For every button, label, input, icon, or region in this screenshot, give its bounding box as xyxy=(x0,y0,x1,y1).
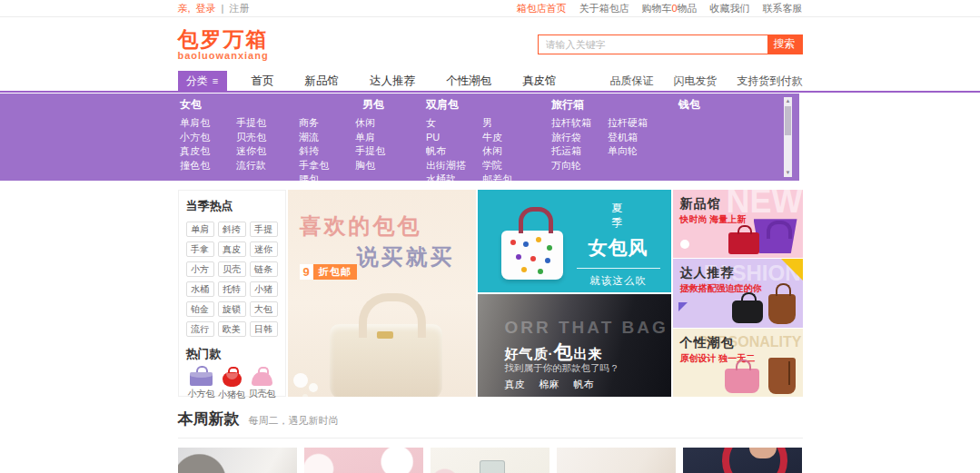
menu-item[interactable]: 旅行袋 xyxy=(551,131,608,145)
topbar: 亲, 登录 | 注册 箱包店首页 关于箱包店 购物车0物品 收藏我们 联系客服 xyxy=(0,0,980,17)
menu-item[interactable]: 手提包 xyxy=(355,144,411,159)
product-photo[interactable] xyxy=(431,448,549,473)
shell-bag-icon xyxy=(252,372,272,386)
favorites-link[interactable]: 收藏我们 xyxy=(710,2,750,15)
hot-tag[interactable]: 斜挎包 xyxy=(218,222,246,237)
flower-decor xyxy=(293,373,308,388)
site-logo[interactable]: 包罗万箱 baoluowanxiang xyxy=(178,28,269,61)
product-photo[interactable] xyxy=(557,448,676,473)
about-link[interactable]: 关于箱包店 xyxy=(579,2,629,15)
hot-tag[interactable]: 流行款 xyxy=(186,321,214,337)
scrollbar-thumb[interactable] xyxy=(785,106,791,135)
hot-style-item[interactable]: 贝壳包 xyxy=(248,362,277,401)
login-link[interactable]: 登录 xyxy=(196,2,216,15)
menu-item[interactable]: 牛皮 xyxy=(482,131,539,145)
menu-item[interactable]: 撞色包 xyxy=(180,159,236,173)
hot-style-item[interactable]: 小方包 xyxy=(187,362,216,401)
menu-item[interactable]: 登机箱 xyxy=(608,131,678,145)
menu-item[interactable]: 万向轮 xyxy=(551,159,608,173)
menu-item[interactable]: 腰包 xyxy=(299,172,355,181)
quality-bag-banner[interactable]: ORR THAT BAG 好气质·包出来 找到属于你的那款包了吗？ 真皮 棉麻 … xyxy=(478,294,671,397)
expert-picks-banner[interactable]: FASHION 达人推荐 拯救搭配强迫症的你 xyxy=(673,259,803,327)
menu-item[interactable]: 小方包 xyxy=(180,131,236,145)
hot-tag[interactable]: 单肩包 xyxy=(186,222,214,237)
menu-item[interactable]: 休闲 xyxy=(355,116,411,131)
hot-style-item[interactable]: 小猪包 xyxy=(217,362,246,401)
weekly-new-header: 本周新款 每周二，遇见新时尚 xyxy=(178,409,803,439)
menu-item[interactable]: 拉杆软箱 xyxy=(551,116,608,131)
menu-item[interactable]: 单肩包 xyxy=(180,116,236,131)
hot-tag[interactable]: 大包 xyxy=(250,301,278,317)
summer-banner-title: 女包风 xyxy=(577,235,660,261)
menu-item[interactable]: 单肩 xyxy=(355,131,411,145)
menu-item[interactable]: 斜挎 xyxy=(299,144,355,159)
product-photo[interactable] xyxy=(304,448,423,473)
menu-item[interactable]: 手拿包 xyxy=(299,159,355,173)
menu-item[interactable]: 贝壳包 xyxy=(236,131,292,145)
menu-item[interactable]: 帆布 xyxy=(426,144,482,159)
hot-tag[interactable]: 手提包 xyxy=(250,222,278,237)
menu-item[interactable]: 出街潮搭 xyxy=(426,159,482,173)
menu-group-title: 男包 xyxy=(362,98,426,111)
black-bag-photo xyxy=(732,301,763,323)
discount-text: 折包邮 xyxy=(313,264,357,280)
hot-tag[interactable]: 小猪包 xyxy=(250,281,278,297)
menu-group-luggage: 旅行箱 拉杆软箱 旅行袋 托运箱 万向轮 拉杆硬箱 登机箱 单向轮 xyxy=(551,98,678,181)
hot-tag[interactable]: 铂金包 xyxy=(186,301,214,317)
trendy-bags-banner[interactable]: PERSONALITY 个性潮包 原创设计 独一无二 xyxy=(673,329,803,397)
menu-scrollbar[interactable]: ▲ ▼ xyxy=(784,97,792,177)
menu-item[interactable]: 迷你包 xyxy=(236,144,292,159)
main-promo-banner[interactable]: 喜欢的包包 说买就买 9 折包邮 xyxy=(288,190,476,397)
menu-item[interactable]: 手提包 xyxy=(236,116,292,131)
menu-item[interactable]: 休闲 xyxy=(482,144,539,159)
menu-item[interactable]: 学院 xyxy=(482,159,539,173)
menu-item[interactable]: 拉杆硬箱 xyxy=(608,116,678,131)
menu-item[interactable]: 流行款 xyxy=(236,159,292,173)
hot-tag[interactable]: 贝壳包 xyxy=(218,261,246,277)
scroll-up-icon[interactable]: ▲ xyxy=(784,97,792,105)
hot-tag[interactable]: 迷你包 xyxy=(250,241,278,257)
product-photo[interactable] xyxy=(178,448,297,473)
hot-tag[interactable]: 小方包 xyxy=(186,261,214,277)
sticker-bag-photo xyxy=(501,231,563,280)
menu-item[interactable]: 真皮包 xyxy=(180,144,236,159)
nav-item-leather[interactable]: 真皮馆 xyxy=(507,74,572,89)
nav-item-recommend[interactable]: 达人推荐 xyxy=(354,74,431,89)
menu-item[interactable]: 商务 xyxy=(299,116,355,131)
menu-item[interactable]: 女 xyxy=(426,116,482,131)
nav-item-trendy[interactable]: 个性潮包 xyxy=(431,74,507,89)
hot-tag[interactable]: 真皮包 xyxy=(218,241,246,257)
search-input[interactable] xyxy=(539,35,767,54)
menu-item[interactable]: 邮差包 xyxy=(482,172,539,181)
menu-item[interactable]: PU xyxy=(426,131,482,145)
new-arrivals-banner[interactable]: NEW 新品馆 快时尚 海量上新 xyxy=(673,190,803,258)
hot-tag[interactable]: 托特包 xyxy=(218,281,246,297)
main-content: 当季热点 单肩包 斜挎包 手提包 手拿包 真皮包 迷你包 小方包 贝壳包 链条包… xyxy=(178,190,803,397)
menu-item[interactable]: 单向轮 xyxy=(608,144,678,159)
summer-bag-banner[interactable]: 夏 季 女包风 就该这么吹 xyxy=(478,190,671,292)
customer-service-link[interactable]: 联系客服 xyxy=(763,2,803,15)
menu-item[interactable]: 托运箱 xyxy=(551,144,608,159)
hot-tag[interactable]: 日韩风 xyxy=(250,321,278,337)
menu-item[interactable]: 水桶款 xyxy=(426,172,482,181)
banner-title: 新品馆 xyxy=(680,196,721,212)
menu-item[interactable]: 胸包 xyxy=(355,159,411,173)
menu-item[interactable]: 潮流 xyxy=(299,131,355,145)
nav-item-new[interactable]: 新品馆 xyxy=(290,74,355,89)
more-new-styles-tile[interactable]: 更多新款 xyxy=(683,448,802,473)
hot-tag[interactable]: 欧美风 xyxy=(218,321,246,337)
hot-tag[interactable]: 链条包 xyxy=(250,261,278,277)
shop-home-link[interactable]: 箱包店首页 xyxy=(516,2,566,15)
menu-item[interactable]: 男 xyxy=(482,116,539,131)
nav-item-home[interactable]: 首页 xyxy=(236,74,290,89)
hot-tag[interactable]: 水桶包 xyxy=(186,281,214,297)
register-link[interactable]: 注册 xyxy=(229,2,249,15)
category-button[interactable]: 分类 ≡ xyxy=(178,71,227,91)
hot-tag[interactable]: 手拿包 xyxy=(186,241,214,257)
pink-bag-photo xyxy=(725,369,759,393)
search-button[interactable]: 搜索 xyxy=(767,35,802,54)
hot-tag[interactable]: 旋锁包 xyxy=(218,301,246,317)
scroll-down-icon[interactable]: ▼ xyxy=(784,169,792,177)
cart-link[interactable]: 购物车0物品 xyxy=(641,2,697,15)
section-subtitle: 每周二，遇见新时尚 xyxy=(249,414,339,428)
